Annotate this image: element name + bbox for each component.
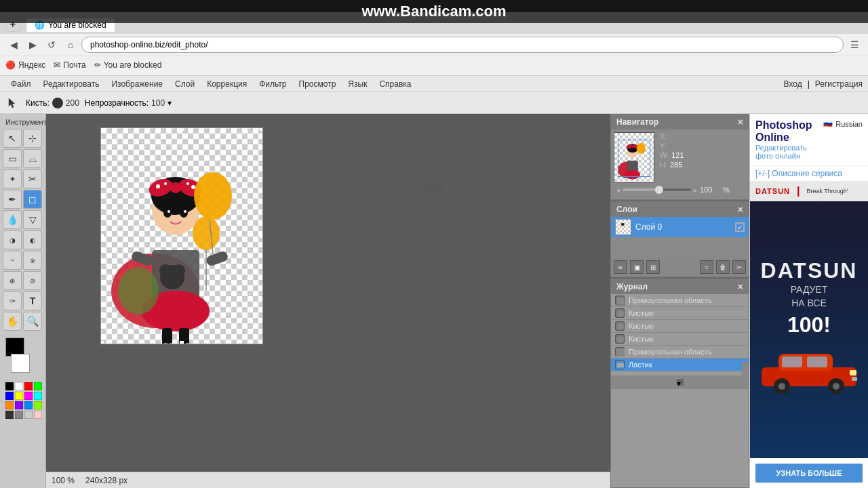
opacity-dropdown-icon[interactable]: ▾	[167, 98, 172, 108]
cut-layer-button[interactable]: ✂	[732, 260, 746, 274]
refresh-button[interactable]: ↺	[43, 37, 60, 53]
color-cell-white[interactable]	[15, 382, 23, 390]
color-cell-green[interactable]	[34, 382, 42, 390]
gradient-tool[interactable]: ▽	[23, 210, 42, 229]
dodge-tool[interactable]: ◑	[3, 230, 22, 249]
color-cell-black[interactable]	[5, 382, 14, 390]
ad-tagline-3: 100!	[761, 310, 858, 340]
datsun-ad[interactable]: DATSUN | Break Through' DATSUN РАДУЕТ НА…	[750, 181, 868, 458]
menu-layer[interactable]: Слой	[170, 78, 200, 90]
journal-panel: Журнал × Прямоугольная область Ки	[610, 279, 749, 488]
transform-tool[interactable]: ⊹	[23, 129, 42, 148]
eraser-tool[interactable]: ◻	[23, 190, 42, 209]
hand-tool[interactable]: ✋	[3, 312, 22, 331]
fill-tool[interactable]: 💧	[3, 210, 22, 229]
pen-tool[interactable]: ✑	[3, 291, 22, 310]
burn-tool[interactable]: ◐	[23, 230, 42, 249]
journal-item-1[interactable]: Кистью	[611, 307, 749, 320]
text-tool[interactable]: T	[23, 291, 42, 310]
journal-item-2[interactable]: Кистью	[611, 320, 749, 333]
zoom-out-button[interactable]: ◂	[616, 186, 620, 194]
brush-tool[interactable]: ✒	[3, 190, 22, 209]
language-selector[interactable]: 🇷🇺 Russian	[823, 119, 863, 128]
zoom-slider-thumb[interactable]	[655, 186, 663, 194]
zoom-tool[interactable]: 🔍	[23, 312, 42, 331]
smudge-tool[interactable]: ~	[3, 251, 22, 270]
bookmark-blocked[interactable]: ✏ You are blocked	[94, 60, 162, 70]
settings-button[interactable]: ☰	[846, 37, 863, 53]
delete-layer-button[interactable]: 🗑	[716, 260, 730, 274]
color-cell-purple[interactable]	[15, 401, 23, 409]
color-cell-red[interactable]	[24, 382, 33, 390]
navigator-close-button[interactable]: ×	[738, 117, 743, 127]
color-cell-darkgray[interactable]	[5, 411, 14, 419]
menu-image[interactable]: Изображение	[106, 78, 168, 90]
layers-menu-button[interactable]: ≡	[614, 260, 627, 274]
menu-view[interactable]: Просмотр	[294, 78, 342, 90]
cta-button[interactable]: УЗНАТЬ БОЛЬШЕ	[755, 464, 863, 483]
color-cell-blue[interactable]	[5, 392, 14, 400]
svg-point-16	[191, 185, 195, 189]
zoom-percent-sign: %	[723, 186, 743, 194]
color-cell-lightblue[interactable]	[24, 401, 33, 409]
bookmark-mail[interactable]: ✉ Почта	[54, 60, 85, 70]
journal-item-5[interactable]: Ластик	[611, 359, 749, 371]
address-bar[interactable]	[81, 37, 844, 53]
journal-item-3[interactable]: Кистью	[611, 333, 749, 346]
journal-scroll-down[interactable]: ▾	[677, 379, 684, 386]
bookmark-yandex[interactable]: 🔴 Яндекс	[5, 60, 45, 70]
x-coord-row: X:	[660, 132, 692, 140]
magic-wand-tool[interactable]: ✦	[3, 169, 22, 188]
color-cell-orange[interactable]	[5, 401, 14, 409]
color-cell-gray[interactable]	[15, 411, 23, 419]
rect-select-tool[interactable]: ▭	[3, 149, 22, 168]
brush-preview[interactable]	[52, 98, 63, 108]
forward-button[interactable]: ▶	[24, 37, 41, 53]
journal-close-button[interactable]: ×	[738, 281, 743, 292]
color-cell-lightgreen[interactable]	[34, 401, 42, 409]
layer-thumbnail	[615, 219, 631, 235]
menu-correction[interactable]: Коррекция	[201, 78, 252, 90]
color-cell-magenta[interactable]	[24, 392, 33, 400]
canvas[interactable]	[100, 127, 263, 344]
merge-layers-button[interactable]: ≈	[700, 260, 713, 274]
layer-item-0[interactable]: Слой 0 ✓	[611, 217, 749, 237]
svg-point-5	[173, 264, 185, 277]
layer-visibility-checkbox[interactable]: ✓	[735, 222, 745, 232]
journal-scroll-thumb[interactable]	[742, 362, 749, 375]
canvas-area[interactable]: 100 % 240x328 px	[46, 114, 610, 488]
color-cell-lightgray[interactable]	[24, 411, 33, 419]
color-cell-cyan[interactable]	[34, 392, 42, 400]
register-link[interactable]: Регистрация	[815, 79, 863, 89]
color-cell-yellow[interactable]	[15, 392, 23, 400]
back-button[interactable]: ◀	[5, 37, 22, 53]
layers-close-button[interactable]: ×	[738, 204, 743, 215]
heal-tool[interactable]: ⊘	[23, 271, 42, 290]
zoom-in-button[interactable]: ▸	[694, 186, 697, 194]
tool-cursor[interactable]	[5, 96, 20, 110]
move-tool[interactable]: ↖	[3, 129, 22, 148]
svg-point-61	[833, 383, 840, 390]
login-link[interactable]: Вход	[784, 79, 802, 89]
menu-edit[interactable]: Редактировать	[38, 78, 105, 90]
menu-help[interactable]: Справка	[374, 78, 416, 90]
w-label: W:	[660, 151, 669, 159]
background-color[interactable]	[11, 354, 30, 373]
journal-item-4[interactable]: Прямоугольная область	[611, 346, 749, 359]
menu-filter[interactable]: Фильтр	[254, 78, 292, 90]
color-cell-pink[interactable]	[34, 411, 42, 419]
zoom-slider[interactable]	[623, 188, 691, 191]
crop-tool[interactable]: ✂	[23, 169, 42, 188]
stamp-tool[interactable]: ⊕	[3, 271, 22, 290]
journal-item-0[interactable]: Прямоугольная область	[611, 294, 749, 307]
menu-language[interactable]: Язык	[342, 78, 372, 90]
home-button[interactable]: ⌂	[62, 37, 79, 53]
tool-row-8: ⊕ ⊘	[3, 271, 43, 290]
sharpen-tool[interactable]: ※	[23, 251, 42, 270]
menu-file[interactable]: Файл	[5, 78, 37, 90]
svg-rect-56	[782, 357, 802, 367]
new-layer-button[interactable]: ⊞	[646, 260, 660, 274]
lasso-tool[interactable]: ⌓	[23, 149, 42, 168]
service-description-link[interactable]: [+/-] Описание сервиса	[750, 166, 868, 181]
new-group-button[interactable]: ▣	[630, 260, 644, 274]
